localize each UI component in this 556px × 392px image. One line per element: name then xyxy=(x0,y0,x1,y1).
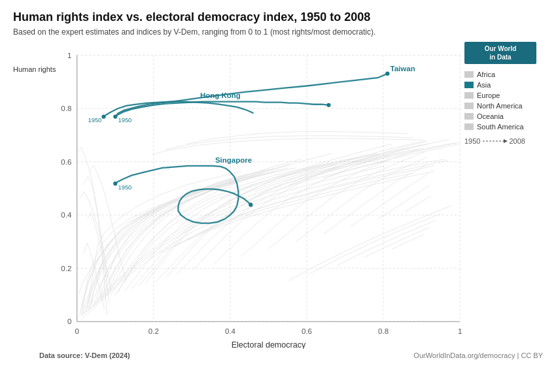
south-america-swatch xyxy=(464,123,474,130)
svg-text:0.8: 0.8 xyxy=(61,105,71,112)
svg-point-28 xyxy=(113,114,117,118)
svg-text:0: 0 xyxy=(75,327,79,335)
svg-rect-41 xyxy=(464,82,474,88)
svg-rect-0 xyxy=(77,55,460,321)
svg-text:0.6: 0.6 xyxy=(302,327,312,335)
brand-logo: Our Worldin Data xyxy=(464,42,536,64)
svg-marker-47 xyxy=(504,139,508,143)
svg-text:0.2: 0.2 xyxy=(148,327,159,335)
svg-text:1: 1 xyxy=(458,327,462,335)
svg-text:1950: 1950 xyxy=(118,184,131,191)
svg-rect-43 xyxy=(464,103,474,109)
legend-item-north-america: North America xyxy=(464,102,536,110)
svg-rect-44 xyxy=(464,113,474,120)
svg-text:0.6: 0.6 xyxy=(61,157,71,165)
legend-label-south-america: South America xyxy=(477,123,524,131)
svg-point-29 xyxy=(113,181,117,185)
north-america-swatch xyxy=(464,103,474,109)
chart-title: Human rights index vs. electoral democra… xyxy=(13,10,543,25)
svg-text:0.4: 0.4 xyxy=(61,211,72,219)
svg-text:Taiwan: Taiwan xyxy=(391,64,415,72)
chart-svg: .grid-line { stroke: #ddd; stroke-width:… xyxy=(39,48,484,349)
asia-swatch xyxy=(464,82,474,88)
legend-item-south-america: South America xyxy=(464,123,536,131)
legend-item-asia: Asia xyxy=(464,81,536,89)
plot-area: .grid-line { stroke: #ddd; stroke-width:… xyxy=(39,48,484,349)
svg-text:Hong Kong: Hong Kong xyxy=(200,91,241,99)
svg-point-39 xyxy=(249,203,252,206)
svg-text:1950: 1950 xyxy=(88,116,101,123)
svg-rect-40 xyxy=(464,71,474,78)
timeline-arrow xyxy=(481,138,508,144)
footer: Data source: V-Dem (2024) OurWorldInData… xyxy=(13,351,543,359)
legend-timeline: 1950 2008 xyxy=(464,137,536,145)
legend-label-asia: Asia xyxy=(477,81,491,89)
chart-subtitle: Based on the expert estimates and indice… xyxy=(13,27,543,37)
legend-item-europe: Europe xyxy=(464,91,536,99)
svg-text:1: 1 xyxy=(67,51,71,59)
svg-text:0.8: 0.8 xyxy=(378,327,389,335)
legend-label-africa: Africa xyxy=(477,71,495,78)
svg-rect-45 xyxy=(464,123,474,130)
svg-text:Singapore: Singapore xyxy=(215,155,252,163)
legend-label-europe: Europe xyxy=(477,91,500,99)
svg-text:0.2: 0.2 xyxy=(61,264,71,272)
license-info: OurWorldInData.org/democracy | CC BY xyxy=(413,351,543,359)
svg-text:0.4: 0.4 xyxy=(225,327,236,335)
legend-label-north-america: North America xyxy=(477,102,523,110)
legend-label-oceania: Oceania xyxy=(477,112,504,120)
timeline-start: 1950 xyxy=(464,137,480,145)
legend-item-oceania: Oceania xyxy=(464,112,536,120)
oceania-swatch xyxy=(464,113,474,120)
legend-item-africa: Africa xyxy=(464,71,536,78)
svg-point-37 xyxy=(385,71,389,75)
svg-point-38 xyxy=(326,103,330,106)
africa-swatch xyxy=(464,71,474,78)
legend: Our Worldin Data Africa Asia Europe Nort… xyxy=(464,42,536,145)
svg-text:Electoral democracy: Electoral democracy xyxy=(232,340,306,349)
europe-swatch xyxy=(464,92,474,99)
timeline-end: 2008 xyxy=(509,137,525,145)
svg-rect-42 xyxy=(464,92,474,99)
svg-text:0: 0 xyxy=(67,318,71,325)
svg-text:1950: 1950 xyxy=(118,116,131,123)
data-source: Data source: V-Dem (2024) xyxy=(39,351,130,359)
